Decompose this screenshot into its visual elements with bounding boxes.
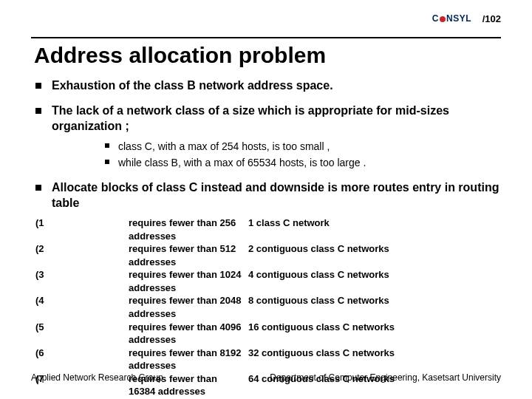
table-row: (6 requires fewer than 8192 addresses 32…: [35, 347, 501, 372]
footer-right: Department of Computer Engineering, Kase…: [270, 372, 501, 383]
row-requirement: requires fewer than 8192 addresses: [55, 347, 244, 372]
table-row: (5 requires fewer than 4096 addresses 16…: [35, 321, 501, 347]
sub-bullet-list: class C, with a max of 254 hosts, is too…: [105, 140, 501, 170]
row-index: (1: [35, 216, 55, 242]
footer: Applied Network Research Group Departmen…: [31, 372, 501, 383]
row-allocation: 8 contiguous class C networks: [244, 294, 501, 320]
footer-left: Applied Network Research Group: [31, 372, 163, 383]
row-index: (2: [35, 242, 55, 268]
row-allocation: 16 contiguous class C networks: [244, 321, 501, 347]
row-allocation: 1 class C network: [244, 216, 501, 242]
row-allocation: 4 contiguous class C networks: [244, 268, 501, 294]
brand-text-right: NSYL: [446, 13, 471, 24]
slide: CNSYL /102 Address allocation problem Ex…: [0, 0, 532, 399]
allocation-table: (1 requires fewer than 256 addresses 1 c…: [35, 216, 501, 398]
bullet-item: Exhaustion of the class B network addres…: [35, 78, 501, 93]
row-requirement: requires fewer than 2048 addresses: [55, 294, 244, 320]
bullet-text: Exhaustion of the class B network addres…: [52, 79, 333, 92]
table-row: (3 requires fewer than 1024 addresses 4 …: [35, 268, 501, 294]
bullet-item: The lack of a network class of a size wh…: [35, 103, 501, 170]
row-index: (4: [35, 294, 55, 320]
bullet-item: Allocate blocks of class C instead and d…: [35, 180, 501, 211]
row-index: (6: [35, 347, 55, 372]
row-requirement: requires fewer than 512 addresses: [55, 242, 244, 268]
page-number: /102: [482, 13, 501, 24]
bullet-text: The lack of a network class of a size wh…: [52, 104, 449, 132]
divider: [31, 37, 501, 38]
row-requirement: requires fewer than 4096 addresses: [55, 321, 244, 347]
page-title: Address allocation problem: [34, 43, 501, 68]
table-row: (1 requires fewer than 256 addresses 1 c…: [35, 216, 501, 242]
row-requirement: requires fewer than 1024 addresses: [55, 268, 244, 294]
bullet-list: Exhaustion of the class B network addres…: [35, 78, 501, 211]
brand-logo: CNSYL: [432, 13, 471, 24]
bullet-text: Allocate blocks of class C instead and d…: [52, 181, 499, 208]
row-index: (3: [35, 268, 55, 294]
table-row: (4 requires fewer than 2048 addresses 8 …: [35, 294, 501, 320]
brand-dot-icon: [440, 16, 446, 22]
row-allocation: 2 contiguous class C networks: [244, 242, 501, 268]
sub-bullet-text: class C, with a max of 254 hosts, is too…: [118, 140, 330, 152]
sub-bullet-text: while class B, with a max of 65534 hosts…: [118, 157, 366, 168]
row-allocation: 32 contiguous class C networks: [244, 347, 501, 372]
sub-bullet-item: class C, with a max of 254 hosts, is too…: [105, 140, 501, 154]
row-index: (5: [35, 321, 55, 347]
table-row: (2 requires fewer than 512 addresses 2 c…: [35, 242, 501, 268]
brand-text-left: C: [432, 13, 439, 24]
row-requirement: requires fewer than 256 addresses: [55, 216, 244, 242]
topbar: CNSYL /102: [31, 13, 501, 34]
sub-bullet-item: while class B, with a max of 65534 hosts…: [105, 156, 501, 170]
